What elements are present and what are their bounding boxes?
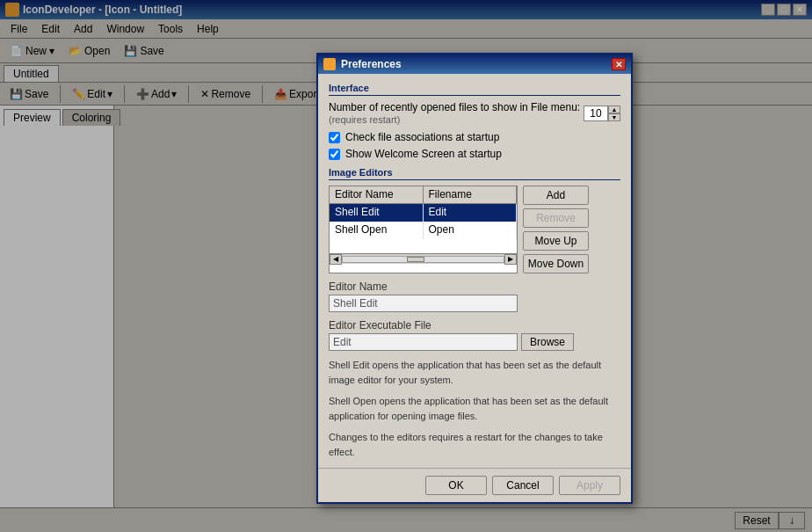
scroll-left-button[interactable]: ◀	[330, 254, 342, 265]
spin-up-button[interactable]: ▲	[608, 106, 620, 113]
table-header: Editor Name Filename	[330, 186, 517, 204]
check-file-assoc-row: Check file associations at startup	[329, 131, 620, 143]
cell-filename-0: Edit	[424, 204, 518, 222]
check-file-assoc-checkbox[interactable]	[329, 132, 340, 143]
editor-side-buttons: Add Remove Move Up Move Down	[523, 186, 589, 273]
table-scrollbar[interactable]: ◀ ▶	[330, 253, 517, 264]
cancel-button[interactable]: Cancel	[492, 476, 554, 495]
browse-button[interactable]: Browse	[521, 333, 574, 351]
dialog-close-button[interactable]: ✕	[612, 58, 626, 70]
recent-files-label: Number of recently opened files to show …	[329, 101, 584, 126]
show-welcome-checkbox[interactable]	[329, 149, 340, 160]
header-editor-name: Editor Name	[330, 186, 424, 203]
editor-name-label: Editor Name	[329, 281, 620, 293]
scrollbar-thumb[interactable]	[407, 257, 424, 262]
table-body: Shell Edit Edit Shell Open Open	[330, 204, 517, 239]
check-file-assoc-label: Check file associations at startup	[345, 131, 499, 143]
cell-editor-name-1: Shell Open	[330, 222, 424, 239]
dialog-content: Interface Number of recently opened file…	[318, 74, 631, 468]
info-text-1: Shell Edit opens the application that ha…	[329, 358, 620, 387]
interface-section-label: Interface	[329, 83, 620, 96]
add-editor-button[interactable]: Add	[523, 186, 589, 205]
preferences-dialog: Preferences ✕ Interface Number of recent…	[316, 53, 633, 504]
editor-exe-group: Editor Executable File Browse	[329, 319, 620, 351]
show-welcome-row: Show Welcome Screen at startup	[329, 148, 620, 160]
editor-name-group: Editor Name	[329, 281, 620, 312]
image-editors-section: Image Editors Editor Name Filename Shell…	[329, 167, 620, 273]
info-text-2: Shell Open opens the application that ha…	[329, 394, 620, 423]
cell-editor-name-0: Shell Edit	[330, 204, 424, 222]
image-editors-label: Image Editors	[329, 167, 620, 180]
move-down-button[interactable]: Move Down	[523, 254, 589, 273]
editors-table[interactable]: Editor Name Filename Shell Edit Edit She…	[329, 186, 518, 273]
recent-files-input[interactable]	[584, 106, 608, 121]
table-row[interactable]: Shell Edit Edit	[330, 204, 517, 222]
cell-filename-1: Open	[424, 222, 518, 239]
apply-button[interactable]: Apply	[559, 476, 620, 495]
header-filename: Filename	[424, 186, 518, 203]
dialog-title-bar: Preferences ✕	[318, 55, 631, 74]
dialog-title-text: Preferences	[341, 58, 612, 70]
recent-files-row: Number of recently opened files to show …	[329, 101, 620, 126]
editor-exe-row: Browse	[329, 333, 620, 351]
editor-exe-input[interactable]	[329, 333, 518, 351]
modal-overlay: Preferences ✕ Interface Number of recent…	[0, 0, 812, 532]
recent-files-spinner[interactable]: ▲ ▼	[584, 106, 620, 121]
recent-files-note: (requires restart)	[329, 114, 400, 125]
info-text-3: Changes to the editors requires a restar…	[329, 430, 620, 459]
scrollbar-track[interactable]	[342, 256, 504, 263]
show-welcome-label: Show Welcome Screen at startup	[345, 148, 502, 160]
scroll-right-button[interactable]: ▶	[504, 254, 517, 265]
table-row[interactable]: Shell Open Open	[330, 222, 517, 239]
dialog-footer: OK Cancel Apply	[318, 468, 631, 502]
move-up-button[interactable]: Move Up	[523, 231, 589, 251]
editor-exe-label: Editor Executable File	[329, 319, 620, 332]
ok-button[interactable]: OK	[425, 476, 487, 495]
spin-down-button[interactable]: ▼	[608, 113, 620, 121]
remove-editor-button[interactable]: Remove	[523, 208, 589, 228]
editor-name-input[interactable]	[329, 295, 518, 312]
spin-buttons: ▲ ▼	[608, 106, 620, 121]
dialog-icon	[323, 58, 336, 70]
